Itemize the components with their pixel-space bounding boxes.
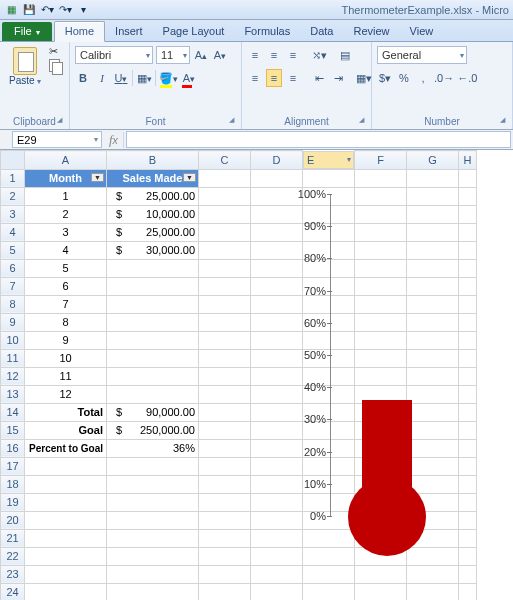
formula-input[interactable] bbox=[126, 131, 511, 148]
align-bottom-icon[interactable]: ≡ bbox=[285, 46, 301, 64]
cell-total-value[interactable]: 90,000.00 bbox=[107, 403, 199, 421]
cell[interactable]: 9 bbox=[25, 331, 107, 349]
cell[interactable] bbox=[107, 385, 199, 403]
border-button[interactable]: ▦▾ bbox=[136, 69, 152, 87]
qat-customize-icon[interactable]: ▾ bbox=[76, 3, 90, 17]
row-header[interactable]: 9 bbox=[1, 313, 25, 331]
tab-data[interactable]: Data bbox=[300, 22, 343, 41]
tab-file[interactable]: File bbox=[2, 22, 52, 41]
col-header-h[interactable]: H bbox=[459, 151, 477, 170]
align-left-icon[interactable]: ≡ bbox=[247, 69, 263, 87]
name-box[interactable]: E29 bbox=[12, 131, 102, 148]
underline-button[interactable]: U▾ bbox=[113, 69, 129, 87]
cell[interactable]: 11 bbox=[25, 367, 107, 385]
undo-icon[interactable]: ↶▾ bbox=[40, 3, 54, 17]
font-size-select[interactable]: 11 bbox=[156, 46, 190, 64]
tab-review[interactable]: Review bbox=[343, 22, 399, 41]
cell[interactable]: 2 bbox=[25, 205, 107, 223]
comma-icon[interactable]: , bbox=[415, 69, 431, 87]
cell[interactable] bbox=[107, 295, 199, 313]
row-header[interactable]: 2 bbox=[1, 187, 25, 205]
bold-button[interactable]: B bbox=[75, 69, 91, 87]
row-header[interactable]: 16 bbox=[1, 439, 25, 457]
cell-total-label[interactable]: Total bbox=[25, 403, 107, 421]
font-color-button[interactable]: A▾ bbox=[181, 69, 197, 87]
row-header[interactable]: 20 bbox=[1, 511, 25, 529]
increase-decimal-icon[interactable]: .0→ bbox=[434, 69, 454, 87]
cell[interactable]: 12 bbox=[25, 385, 107, 403]
tab-insert[interactable]: Insert bbox=[105, 22, 153, 41]
cell[interactable]: 5 bbox=[25, 259, 107, 277]
align-top-icon[interactable]: ≡ bbox=[247, 46, 263, 64]
fill-color-button[interactable]: 🪣▾ bbox=[159, 69, 178, 87]
cell-pct-label[interactable]: Percent to Goal bbox=[25, 439, 107, 457]
decrease-decimal-icon[interactable]: ←.0 bbox=[457, 69, 477, 87]
select-all-corner[interactable] bbox=[1, 151, 25, 170]
cell[interactable]: 25,000.00 bbox=[107, 187, 199, 205]
col-header-g[interactable]: G bbox=[407, 151, 459, 170]
cell[interactable] bbox=[107, 367, 199, 385]
cell[interactable] bbox=[107, 277, 199, 295]
worksheet[interactable]: A B C D E F G H 1 Month Sales Made 2125,… bbox=[0, 150, 513, 600]
row-header[interactable]: 19 bbox=[1, 493, 25, 511]
italic-button[interactable]: I bbox=[94, 69, 110, 87]
col-header-c[interactable]: C bbox=[199, 151, 251, 170]
col-header-e[interactable]: E bbox=[303, 151, 354, 169]
row-header[interactable]: 14 bbox=[1, 403, 25, 421]
cell[interactable]: 10 bbox=[25, 349, 107, 367]
row-header[interactable]: 15 bbox=[1, 421, 25, 439]
col-header-a[interactable]: A bbox=[25, 151, 107, 170]
wrap-text-icon[interactable]: ▤ bbox=[337, 46, 353, 64]
shrink-font-icon[interactable]: A▾ bbox=[212, 46, 228, 64]
row-header[interactable]: 8 bbox=[1, 295, 25, 313]
font-name-select[interactable]: Calibri bbox=[75, 46, 153, 64]
align-middle-icon[interactable]: ≡ bbox=[266, 46, 282, 64]
row-header[interactable]: 13 bbox=[1, 385, 25, 403]
fx-icon[interactable]: fx bbox=[104, 132, 124, 148]
thermometer-chart[interactable]: 0%10%20%30%40%50%60%70%80%90%100% bbox=[272, 194, 452, 574]
cell[interactable]: 10,000.00 bbox=[107, 205, 199, 223]
save-icon[interactable]: 💾 bbox=[22, 3, 36, 17]
tab-formulas[interactable]: Formulas bbox=[234, 22, 300, 41]
orientation-icon[interactable]: ⤭▾ bbox=[311, 46, 327, 64]
cell[interactable]: 25,000.00 bbox=[107, 223, 199, 241]
cell[interactable]: 30,000.00 bbox=[107, 241, 199, 259]
align-right-icon[interactable]: ≡ bbox=[285, 69, 301, 87]
row-header[interactable]: 6 bbox=[1, 259, 25, 277]
cell[interactable]: 1 bbox=[25, 187, 107, 205]
table-header-sales[interactable]: Sales Made bbox=[107, 169, 199, 187]
row-header[interactable]: 4 bbox=[1, 223, 25, 241]
cell-goal-value[interactable]: 250,000.00 bbox=[107, 421, 199, 439]
paste-button[interactable]: Paste bbox=[5, 45, 45, 88]
tab-view[interactable]: View bbox=[400, 22, 444, 41]
currency-icon[interactable]: $▾ bbox=[377, 69, 393, 87]
cell-goal-label[interactable]: Goal bbox=[25, 421, 107, 439]
row-header[interactable]: 1 bbox=[1, 169, 25, 187]
increase-indent-icon[interactable]: ⇥ bbox=[330, 69, 346, 87]
cell[interactable]: 4 bbox=[25, 241, 107, 259]
row-header[interactable]: 12 bbox=[1, 367, 25, 385]
row-header[interactable]: 10 bbox=[1, 331, 25, 349]
row-header[interactable]: 17 bbox=[1, 457, 25, 475]
cell-pct-value[interactable]: 36% bbox=[107, 439, 199, 457]
row-header[interactable]: 3 bbox=[1, 205, 25, 223]
redo-icon[interactable]: ↷▾ bbox=[58, 3, 72, 17]
row-header[interactable]: 18 bbox=[1, 475, 25, 493]
tab-home[interactable]: Home bbox=[54, 21, 105, 42]
row-header[interactable]: 11 bbox=[1, 349, 25, 367]
cell[interactable]: 3 bbox=[25, 223, 107, 241]
cut-icon[interactable]: ✂ bbox=[49, 45, 58, 58]
cell[interactable]: 6 bbox=[25, 277, 107, 295]
cell[interactable]: 8 bbox=[25, 313, 107, 331]
row-header[interactable]: 22 bbox=[1, 547, 25, 565]
cell[interactable] bbox=[107, 313, 199, 331]
cell[interactable] bbox=[107, 349, 199, 367]
grow-font-icon[interactable]: A▴ bbox=[193, 46, 209, 64]
align-center-icon[interactable]: ≡ bbox=[266, 69, 282, 87]
cell[interactable]: 7 bbox=[25, 295, 107, 313]
row-header[interactable]: 5 bbox=[1, 241, 25, 259]
col-header-d[interactable]: D bbox=[251, 151, 303, 170]
col-header-f[interactable]: F bbox=[355, 151, 407, 170]
number-format-select[interactable]: General bbox=[377, 46, 467, 64]
row-header[interactable]: 7 bbox=[1, 277, 25, 295]
